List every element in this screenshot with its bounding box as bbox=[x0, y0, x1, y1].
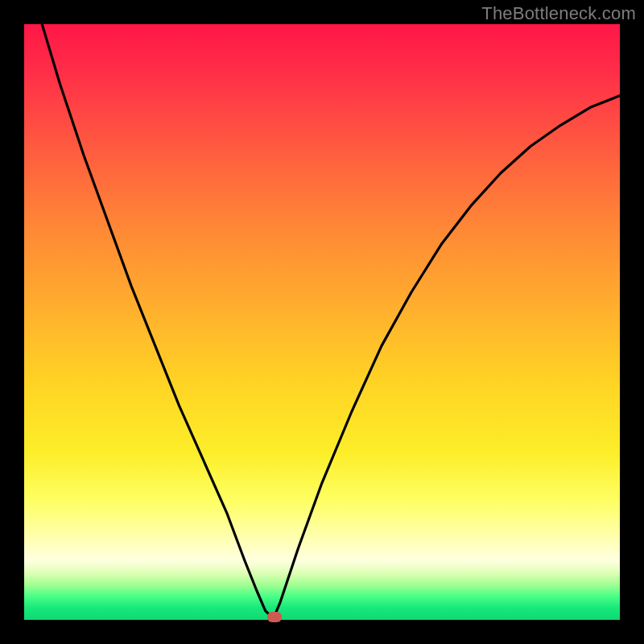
chart-frame: TheBottleneck.com bbox=[0, 0, 644, 644]
bottleneck-curve bbox=[24, 24, 620, 620]
plot-area bbox=[24, 24, 620, 620]
minimum-marker bbox=[267, 612, 282, 622]
watermark-text: TheBottleneck.com bbox=[481, 3, 636, 24]
